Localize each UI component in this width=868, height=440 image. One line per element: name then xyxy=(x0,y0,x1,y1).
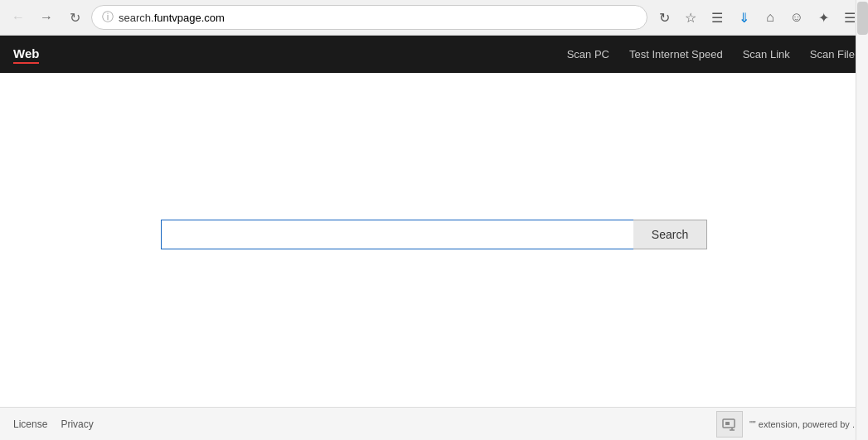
home-icon[interactable]: ⌂ xyxy=(759,6,782,29)
extension-text: "" extension, powered by . xyxy=(749,419,855,429)
footer: License Privacy "" extension, powered by… xyxy=(0,407,868,440)
reload-icon[interactable]: ↻ xyxy=(652,6,676,29)
search-button[interactable]: Search xyxy=(633,220,707,249)
footer-right: "" extension, powered by . xyxy=(716,411,855,438)
url-field[interactable]: ⓘ search.funtvpage.com xyxy=(91,5,647,30)
address-bar: ← → ↻ ⓘ search.funtvpage.com ↻ ☆ ☰ ⇓ ⌂ ☺… xyxy=(0,0,868,35)
url-domain: funtvpage.com xyxy=(154,12,225,24)
reading-list-icon[interactable]: ☰ xyxy=(706,6,729,29)
nav-brand: Web xyxy=(13,46,39,62)
toolbar-icons: ↻ ☆ ☰ ⇓ ⌂ ☺ ✦ ☰ xyxy=(652,6,861,29)
footer-link-license[interactable]: License xyxy=(13,418,47,430)
bookmark-star-icon[interactable]: ☆ xyxy=(679,6,702,29)
footer-links: License Privacy xyxy=(13,418,94,430)
info-icon: ⓘ xyxy=(102,10,114,25)
footer-link-privacy[interactable]: Privacy xyxy=(61,418,93,430)
search-box: Search xyxy=(161,220,707,249)
refresh-button[interactable]: ↻ xyxy=(63,6,86,29)
nav-link-scan-file[interactable]: Scan File xyxy=(810,48,855,60)
pocket-icon[interactable]: ✦ xyxy=(812,6,835,29)
scrollbar-thumb xyxy=(857,2,868,35)
nav-link-scan-link[interactable]: Scan Link xyxy=(743,48,790,60)
nav-link-test-internet-speed[interactable]: Test Internet Speed xyxy=(629,48,723,60)
smiley-icon[interactable]: ☺ xyxy=(785,6,808,29)
url-prefix: search. xyxy=(119,12,154,24)
main-content: Search xyxy=(0,73,868,396)
svg-rect-1 xyxy=(725,422,730,425)
scrollbar[interactable] xyxy=(856,0,868,440)
nav-links: Scan PC Test Internet Speed Scan Link Sc… xyxy=(567,48,855,60)
browser-chrome: ← → ↻ ⓘ search.funtvpage.com ↻ ☆ ☰ ⇓ ⌂ ☺… xyxy=(0,0,868,36)
back-button[interactable]: ← xyxy=(7,6,30,29)
nav-link-scan-pc[interactable]: Scan PC xyxy=(567,48,609,60)
url-text: search.funtvpage.com xyxy=(119,12,637,24)
navbar: Web Scan PC Test Internet Speed Scan Lin… xyxy=(0,36,868,73)
download-icon[interactable]: ⇓ xyxy=(732,6,755,29)
forward-button[interactable]: → xyxy=(35,6,58,29)
extension-icon xyxy=(716,411,743,438)
search-input[interactable] xyxy=(161,220,633,249)
